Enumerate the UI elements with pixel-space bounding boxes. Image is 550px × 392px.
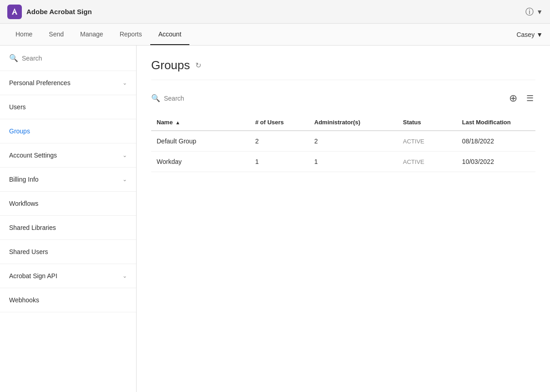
table-row[interactable]: Default Group 2 2 ACTIVE 08/18/2022: [151, 131, 535, 152]
app-icon: [7, 5, 22, 19]
sidebar-item-shared-users[interactable]: Shared Users: [0, 240, 136, 264]
help-menu[interactable]: ⓘ ▼: [525, 6, 543, 17]
sidebar-label-shared-libraries: Shared Libraries: [9, 224, 56, 231]
user-menu[interactable]: Casey ▼: [516, 31, 543, 38]
sidebar-label-shared-users: Shared Users: [9, 248, 48, 255]
cell-status-0: ACTIVE: [397, 131, 457, 152]
sidebar-label-webhooks: Webhooks: [9, 296, 39, 304]
sidebar-label-groups: Groups: [9, 127, 30, 135]
col-header-last-modification: Last Modification: [457, 114, 535, 131]
sidebar-item-webhooks[interactable]: Webhooks: [0, 288, 136, 312]
table-actions: ⊕ ☰: [507, 92, 535, 105]
nav-item-reports[interactable]: Reports: [112, 24, 150, 45]
table-body: Default Group 2 2 ACTIVE 08/18/2022 Work…: [151, 131, 535, 172]
sidebar-label-personal-preferences: Personal Preferences: [9, 79, 71, 87]
sidebar-label-acrobat-sign-api: Acrobat Sign API: [9, 272, 57, 280]
chevron-down-icon: ⌄: [122, 176, 127, 183]
table-toolbar: 🔍 ⊕ ☰: [151, 91, 535, 105]
table-search-icon: 🔍: [151, 94, 160, 102]
col-header-status: Status: [397, 114, 457, 131]
chevron-down-icon: ⌄: [122, 80, 127, 86]
nav-item-account[interactable]: Account: [150, 24, 190, 45]
refresh-icon[interactable]: ↻: [195, 61, 201, 70]
nav-item-send[interactable]: Send: [41, 24, 72, 45]
table-row[interactable]: Workday 1 1 ACTIVE 10/03/2022: [151, 152, 535, 172]
cell-administrators-1: 1: [309, 152, 397, 172]
user-name: Casey: [516, 31, 535, 38]
content-area: Groups ↻ 🔍 ⊕ ☰ Name ▲: [137, 46, 550, 392]
sort-asc-icon: ▲: [175, 120, 180, 125]
page-title: Groups: [151, 58, 190, 72]
sidebar-label-billing-info: Billing Info: [9, 176, 39, 183]
main-layout: 🔍 Personal Preferences ⌄ Users Groups Ac…: [0, 46, 550, 392]
col-header-num-users: # of Users: [250, 114, 309, 131]
cell-num-users-1: 1: [250, 152, 309, 172]
nav-item-manage[interactable]: Manage: [72, 24, 112, 45]
add-group-button[interactable]: ⊕: [507, 92, 519, 105]
sidebar-search-container: 🔍: [0, 46, 136, 71]
cell-name-1: Workday: [151, 152, 250, 172]
help-icon[interactable]: ⓘ: [525, 6, 534, 17]
table-search-container: 🔍: [151, 91, 264, 105]
sidebar-item-shared-libraries[interactable]: Shared Libraries: [0, 216, 136, 240]
cell-administrators-0: 2: [309, 131, 397, 152]
table-header: Name ▲ # of Users Administrator(s) Statu…: [151, 114, 535, 131]
sidebar-label-workflows: Workflows: [9, 200, 38, 207]
sidebar-item-account-settings[interactable]: Account Settings ⌄: [0, 143, 136, 168]
nav-items: Home Send Manage Reports Account: [7, 24, 189, 45]
sidebar-label-users: Users: [9, 103, 26, 111]
top-bar: Adobe Acrobat Sign ⓘ ▼: [0, 0, 550, 24]
app-title: Adobe Acrobat Sign: [26, 8, 92, 15]
more-options-button[interactable]: ☰: [525, 92, 535, 104]
sidebar-item-workflows[interactable]: Workflows: [0, 192, 136, 216]
sidebar-item-groups[interactable]: Groups: [0, 119, 136, 143]
app-branding: Adobe Acrobat Sign: [7, 5, 92, 19]
chevron-down-icon: ⌄: [122, 273, 127, 279]
chevron-down-icon: ⌄: [122, 152, 127, 158]
cell-num-users-0: 2: [250, 131, 309, 152]
cell-status-1: ACTIVE: [397, 152, 457, 172]
help-chevron-icon: ▼: [536, 8, 543, 15]
col-header-administrators: Administrator(s): [309, 114, 397, 131]
cell-name-0: Default Group: [151, 131, 250, 152]
sidebar-item-billing-info[interactable]: Billing Info ⌄: [0, 168, 136, 192]
sidebar: 🔍 Personal Preferences ⌄ Users Groups Ac…: [0, 46, 137, 392]
sidebar-item-acrobat-sign-api[interactable]: Acrobat Sign API ⌄: [0, 264, 136, 288]
sidebar-item-personal-preferences[interactable]: Personal Preferences ⌄: [0, 71, 136, 95]
sidebar-search-input[interactable]: [22, 55, 127, 62]
nav-item-home[interactable]: Home: [7, 24, 41, 45]
sidebar-label-account-settings: Account Settings: [9, 152, 57, 159]
cell-last-modification-0: 08/18/2022: [457, 131, 535, 152]
cell-last-modification-1: 10/03/2022: [457, 152, 535, 172]
page-header: Groups ↻: [151, 58, 535, 80]
sidebar-search-icon: 🔍: [9, 54, 18, 62]
col-header-name[interactable]: Name ▲: [151, 114, 250, 131]
user-chevron-icon: ▼: [536, 31, 543, 38]
nav-bar: Home Send Manage Reports Account Casey ▼: [0, 24, 550, 46]
table-search-input[interactable]: [164, 95, 264, 102]
sidebar-item-users[interactable]: Users: [0, 95, 136, 119]
groups-table: Name ▲ # of Users Administrator(s) Statu…: [151, 114, 535, 172]
